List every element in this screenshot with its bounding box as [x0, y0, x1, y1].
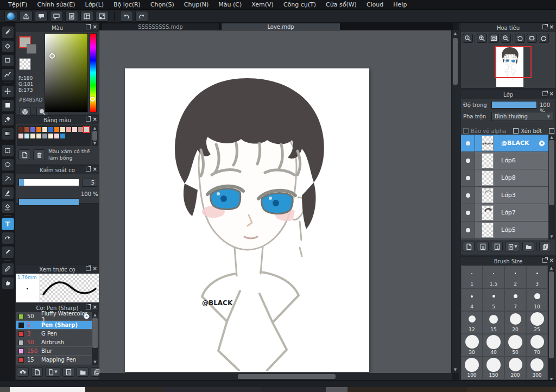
close-icon[interactable]: × — [93, 167, 97, 172]
fit-display-button[interactable] — [527, 34, 537, 43]
brush-row[interactable]: 15Mapping Pen — [16, 356, 92, 364]
material-button[interactable] — [96, 11, 109, 22]
layer-visibility[interactable] — [461, 169, 475, 186]
brush-size-cell[interactable]: 30 — [461, 334, 483, 357]
brush-size-cell[interactable]: 1.5 — [483, 265, 504, 288]
palette-scroll-thumb[interactable] — [92, 131, 97, 141]
canvas-hscrollbar[interactable] — [99, 373, 452, 380]
canvas-vscroll-thumb[interactable] — [453, 38, 458, 85]
menu-snap[interactable]: Chụp(N) — [179, 0, 213, 10]
close-icon[interactable]: × — [93, 24, 97, 29]
layer-visibility[interactable] — [461, 187, 475, 204]
rect-select-tool[interactable] — [2, 54, 14, 67]
fit-window-button[interactable] — [489, 34, 499, 43]
layer-visibility[interactable] — [461, 152, 475, 169]
palette-swatch[interactable] — [30, 133, 36, 139]
brush-size-cell[interactable]: 12 — [461, 311, 483, 334]
close-icon[interactable]: × — [549, 24, 554, 29]
palette-swatch[interactable] — [54, 127, 60, 132]
scroll-down-icon[interactable]: ▼ — [92, 360, 98, 364]
blend-mode-dropdown[interactable]: Bình thường ▼ — [491, 112, 553, 121]
scroll-up-icon[interactable]: ▲ — [452, 31, 459, 36]
menu-window[interactable]: Cửa sổ(W) — [321, 0, 362, 10]
layer-folder-button[interactable] — [522, 242, 534, 251]
zoom-out-button[interactable] — [501, 34, 511, 43]
hand-tool[interactable] — [2, 277, 14, 289]
palette-swatch[interactable] — [36, 133, 42, 139]
add-layer-menu-button[interactable]: ▼ — [505, 242, 520, 251]
layer-visibility[interactable] — [461, 239, 475, 239]
magic-wand-tool[interactable] — [2, 173, 14, 185]
scroll-down-icon[interactable]: ▼ — [548, 235, 555, 239]
brush-cloud-button[interactable] — [17, 367, 29, 377]
paint-mode-button[interactable] — [4, 11, 17, 22]
document-button[interactable] — [65, 11, 78, 22]
gradient-tool[interactable] — [2, 128, 14, 140]
brush-script-button[interactable]: S — [62, 367, 74, 377]
eyedropper-tool[interactable] — [2, 246, 14, 258]
palette-swatch[interactable] — [60, 133, 66, 139]
palette-swatch[interactable] — [48, 127, 54, 132]
layer-row-selected[interactable]: @BLACK @BLACK — [461, 135, 549, 152]
brush-size-cell[interactable]: 1 — [461, 265, 483, 288]
popout-icon[interactable] — [86, 266, 91, 271]
menu-layer[interactable]: Lớp(L) — [80, 0, 109, 10]
palette-swatch[interactable] — [42, 133, 48, 139]
tab-document-2[interactable]: Love.mdp — [221, 23, 340, 30]
popout-icon[interactable] — [542, 91, 547, 96]
brush-size-cell[interactable]: 10 — [526, 288, 548, 311]
palette-swatch[interactable] — [72, 127, 78, 132]
scroll-up-icon[interactable]: ▲ — [548, 135, 555, 140]
duplicate-layer-button[interactable] — [539, 242, 551, 251]
brush-size-cell[interactable]: 5 — [483, 288, 504, 311]
palette-swatch[interactable] — [18, 127, 24, 132]
menu-view[interactable]: Xem(V) — [247, 0, 279, 10]
menu-file[interactable]: Tệp(F) — [3, 0, 32, 10]
close-icon[interactable]: × — [93, 305, 97, 309]
add-layer-button[interactable] — [463, 242, 475, 251]
brush-size-cell[interactable]: 200 — [504, 357, 526, 380]
zoom-in-button[interactable] — [477, 34, 487, 43]
divide-tool[interactable] — [2, 263, 14, 275]
brush-scroll-thumb[interactable] — [92, 318, 98, 348]
menu-cloud[interactable]: Cloud — [362, 0, 388, 10]
clipping-checkbox[interactable]: Xén bớt — [513, 128, 541, 134]
brush-size-cell[interactable]: 300 — [526, 357, 548, 380]
layer-row[interactable]: Lớp8 — [461, 169, 549, 187]
brush-new-menu-button[interactable]: ▼ — [45, 367, 60, 377]
popout-icon[interactable] — [86, 24, 91, 29]
lasso-tool[interactable] — [2, 159, 14, 171]
add-8bit-layer-button[interactable]: 8 — [477, 242, 489, 251]
comment-bubble-button[interactable] — [35, 11, 48, 22]
brush-opacity-slider[interactable] — [18, 198, 79, 206]
layer-opacity-slider[interactable] — [491, 101, 537, 109]
scroll-up-icon[interactable]: ▲ — [548, 266, 555, 270]
brush-folder-button[interactable] — [77, 367, 89, 377]
hue-slider[interactable] — [90, 33, 97, 112]
operation-tool[interactable] — [2, 232, 14, 244]
layer-row[interactable]: Lớp3 — [461, 187, 549, 204]
menu-select[interactable]: Chọn(S) — [146, 0, 179, 10]
brush-size-scroll-thumb[interactable] — [549, 271, 554, 358]
palette-swatch[interactable] — [36, 127, 42, 132]
brush-size-cell[interactable]: 20 — [504, 311, 526, 334]
brush-settings-gear-icon[interactable] — [83, 313, 90, 320]
rotate-ccw-button[interactable] — [515, 34, 525, 43]
sv-cursor[interactable] — [49, 53, 55, 59]
add-1bit-layer-button[interactable]: 1 — [491, 242, 503, 251]
bucket-tool[interactable] — [2, 113, 14, 126]
scroll-down-icon[interactable]: ▼ — [452, 368, 459, 372]
palette-swatch[interactable] — [78, 127, 84, 132]
brush-tool[interactable] — [2, 26, 14, 39]
brush-size-cell[interactable]: 2 — [504, 265, 526, 288]
move-tool[interactable] — [2, 85, 14, 98]
palette-swatch[interactable] — [48, 133, 54, 139]
popout-icon[interactable] — [86, 167, 91, 172]
tab-document-1[interactable]: SSSSSSSSS.mdp — [101, 23, 220, 30]
brush-size-slider[interactable] — [18, 179, 79, 186]
rotate-reset-button[interactable] — [539, 34, 549, 43]
palette-swatch[interactable] — [24, 127, 30, 132]
brush-size-cell[interactable]: 15 — [483, 311, 504, 334]
close-icon[interactable]: × — [93, 266, 97, 271]
scroll-up-icon[interactable]: ▲ — [92, 313, 98, 317]
